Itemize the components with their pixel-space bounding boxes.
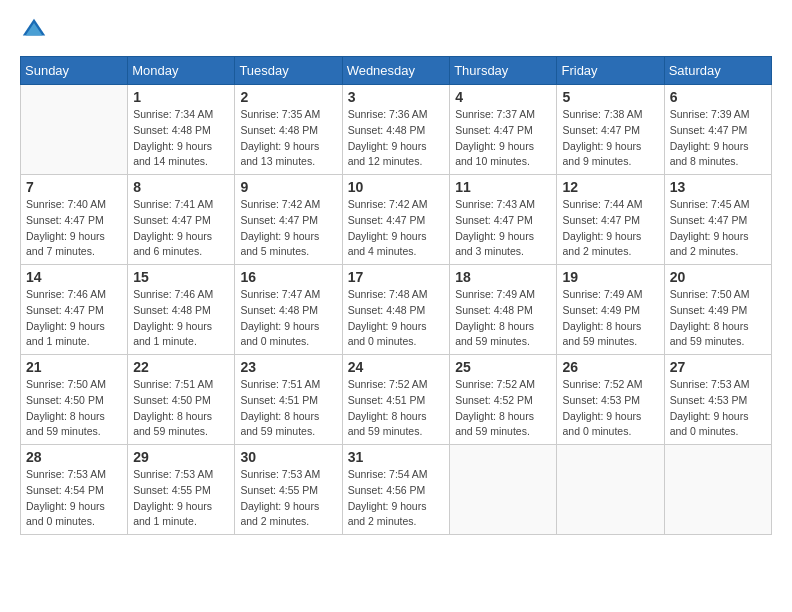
- calendar-cell: 25Sunrise: 7:52 AMSunset: 4:52 PMDayligh…: [450, 355, 557, 445]
- day-info: Sunrise: 7:35 AMSunset: 4:48 PMDaylight:…: [240, 107, 336, 170]
- calendar-cell: 24Sunrise: 7:52 AMSunset: 4:51 PMDayligh…: [342, 355, 450, 445]
- day-info: Sunrise: 7:37 AMSunset: 4:47 PMDaylight:…: [455, 107, 551, 170]
- calendar-cell: 5Sunrise: 7:38 AMSunset: 4:47 PMDaylight…: [557, 85, 664, 175]
- calendar-cell: 8Sunrise: 7:41 AMSunset: 4:47 PMDaylight…: [128, 175, 235, 265]
- day-number: 21: [26, 359, 122, 375]
- day-info: Sunrise: 7:38 AMSunset: 4:47 PMDaylight:…: [562, 107, 658, 170]
- day-number: 31: [348, 449, 445, 465]
- day-number: 3: [348, 89, 445, 105]
- day-info: Sunrise: 7:53 AMSunset: 4:54 PMDaylight:…: [26, 467, 122, 530]
- day-number: 11: [455, 179, 551, 195]
- day-info: Sunrise: 7:47 AMSunset: 4:48 PMDaylight:…: [240, 287, 336, 350]
- calendar-cell: [450, 445, 557, 535]
- column-header-tuesday: Tuesday: [235, 57, 342, 85]
- day-number: 19: [562, 269, 658, 285]
- calendar-cell: 2Sunrise: 7:35 AMSunset: 4:48 PMDaylight…: [235, 85, 342, 175]
- day-number: 4: [455, 89, 551, 105]
- day-info: Sunrise: 7:50 AMSunset: 4:50 PMDaylight:…: [26, 377, 122, 440]
- day-info: Sunrise: 7:49 AMSunset: 4:49 PMDaylight:…: [562, 287, 658, 350]
- logo: [20, 16, 52, 44]
- column-header-saturday: Saturday: [664, 57, 771, 85]
- day-number: 27: [670, 359, 766, 375]
- day-number: 14: [26, 269, 122, 285]
- day-number: 25: [455, 359, 551, 375]
- day-info: Sunrise: 7:52 AMSunset: 4:51 PMDaylight:…: [348, 377, 445, 440]
- column-header-wednesday: Wednesday: [342, 57, 450, 85]
- day-number: 20: [670, 269, 766, 285]
- day-number: 8: [133, 179, 229, 195]
- day-number: 24: [348, 359, 445, 375]
- day-info: Sunrise: 7:44 AMSunset: 4:47 PMDaylight:…: [562, 197, 658, 260]
- day-info: Sunrise: 7:42 AMSunset: 4:47 PMDaylight:…: [348, 197, 445, 260]
- calendar-table: SundayMondayTuesdayWednesdayThursdayFrid…: [20, 56, 772, 535]
- calendar-cell: 12Sunrise: 7:44 AMSunset: 4:47 PMDayligh…: [557, 175, 664, 265]
- day-number: 30: [240, 449, 336, 465]
- calendar-cell: 19Sunrise: 7:49 AMSunset: 4:49 PMDayligh…: [557, 265, 664, 355]
- day-info: Sunrise: 7:42 AMSunset: 4:47 PMDaylight:…: [240, 197, 336, 260]
- calendar-cell: 14Sunrise: 7:46 AMSunset: 4:47 PMDayligh…: [21, 265, 128, 355]
- calendar-cell: 26Sunrise: 7:52 AMSunset: 4:53 PMDayligh…: [557, 355, 664, 445]
- day-info: Sunrise: 7:49 AMSunset: 4:48 PMDaylight:…: [455, 287, 551, 350]
- day-number: 1: [133, 89, 229, 105]
- calendar-cell: 17Sunrise: 7:48 AMSunset: 4:48 PMDayligh…: [342, 265, 450, 355]
- calendar-cell: 11Sunrise: 7:43 AMSunset: 4:47 PMDayligh…: [450, 175, 557, 265]
- calendar-cell: [21, 85, 128, 175]
- day-number: 10: [348, 179, 445, 195]
- day-info: Sunrise: 7:36 AMSunset: 4:48 PMDaylight:…: [348, 107, 445, 170]
- day-info: Sunrise: 7:53 AMSunset: 4:55 PMDaylight:…: [240, 467, 336, 530]
- calendar-cell: 16Sunrise: 7:47 AMSunset: 4:48 PMDayligh…: [235, 265, 342, 355]
- calendar-cell: 28Sunrise: 7:53 AMSunset: 4:54 PMDayligh…: [21, 445, 128, 535]
- day-number: 28: [26, 449, 122, 465]
- day-info: Sunrise: 7:46 AMSunset: 4:47 PMDaylight:…: [26, 287, 122, 350]
- day-number: 29: [133, 449, 229, 465]
- day-number: 6: [670, 89, 766, 105]
- calendar-cell: 29Sunrise: 7:53 AMSunset: 4:55 PMDayligh…: [128, 445, 235, 535]
- calendar-cell: 31Sunrise: 7:54 AMSunset: 4:56 PMDayligh…: [342, 445, 450, 535]
- page-header: [20, 16, 772, 44]
- calendar-cell: 6Sunrise: 7:39 AMSunset: 4:47 PMDaylight…: [664, 85, 771, 175]
- day-info: Sunrise: 7:41 AMSunset: 4:47 PMDaylight:…: [133, 197, 229, 260]
- calendar-cell: 30Sunrise: 7:53 AMSunset: 4:55 PMDayligh…: [235, 445, 342, 535]
- day-info: Sunrise: 7:53 AMSunset: 4:53 PMDaylight:…: [670, 377, 766, 440]
- day-info: Sunrise: 7:52 AMSunset: 4:53 PMDaylight:…: [562, 377, 658, 440]
- day-info: Sunrise: 7:53 AMSunset: 4:55 PMDaylight:…: [133, 467, 229, 530]
- logo-icon: [20, 16, 48, 44]
- calendar-cell: 27Sunrise: 7:53 AMSunset: 4:53 PMDayligh…: [664, 355, 771, 445]
- day-info: Sunrise: 7:40 AMSunset: 4:47 PMDaylight:…: [26, 197, 122, 260]
- calendar-week-row: 14Sunrise: 7:46 AMSunset: 4:47 PMDayligh…: [21, 265, 772, 355]
- day-info: Sunrise: 7:50 AMSunset: 4:49 PMDaylight:…: [670, 287, 766, 350]
- column-header-thursday: Thursday: [450, 57, 557, 85]
- calendar-week-row: 7Sunrise: 7:40 AMSunset: 4:47 PMDaylight…: [21, 175, 772, 265]
- calendar-cell: 3Sunrise: 7:36 AMSunset: 4:48 PMDaylight…: [342, 85, 450, 175]
- calendar-cell: 15Sunrise: 7:46 AMSunset: 4:48 PMDayligh…: [128, 265, 235, 355]
- day-number: 17: [348, 269, 445, 285]
- calendar-cell: 21Sunrise: 7:50 AMSunset: 4:50 PMDayligh…: [21, 355, 128, 445]
- day-number: 26: [562, 359, 658, 375]
- day-info: Sunrise: 7:54 AMSunset: 4:56 PMDaylight:…: [348, 467, 445, 530]
- calendar-cell: 4Sunrise: 7:37 AMSunset: 4:47 PMDaylight…: [450, 85, 557, 175]
- calendar-cell: 18Sunrise: 7:49 AMSunset: 4:48 PMDayligh…: [450, 265, 557, 355]
- day-number: 23: [240, 359, 336, 375]
- day-number: 15: [133, 269, 229, 285]
- day-info: Sunrise: 7:45 AMSunset: 4:47 PMDaylight:…: [670, 197, 766, 260]
- calendar-cell: 1Sunrise: 7:34 AMSunset: 4:48 PMDaylight…: [128, 85, 235, 175]
- day-number: 13: [670, 179, 766, 195]
- day-number: 5: [562, 89, 658, 105]
- day-number: 16: [240, 269, 336, 285]
- day-info: Sunrise: 7:39 AMSunset: 4:47 PMDaylight:…: [670, 107, 766, 170]
- calendar-cell: 7Sunrise: 7:40 AMSunset: 4:47 PMDaylight…: [21, 175, 128, 265]
- calendar-cell: 13Sunrise: 7:45 AMSunset: 4:47 PMDayligh…: [664, 175, 771, 265]
- day-info: Sunrise: 7:51 AMSunset: 4:50 PMDaylight:…: [133, 377, 229, 440]
- day-info: Sunrise: 7:46 AMSunset: 4:48 PMDaylight:…: [133, 287, 229, 350]
- day-number: 18: [455, 269, 551, 285]
- calendar-cell: [664, 445, 771, 535]
- day-number: 7: [26, 179, 122, 195]
- calendar-week-row: 28Sunrise: 7:53 AMSunset: 4:54 PMDayligh…: [21, 445, 772, 535]
- calendar-cell: [557, 445, 664, 535]
- calendar-week-row: 1Sunrise: 7:34 AMSunset: 4:48 PMDaylight…: [21, 85, 772, 175]
- calendar-cell: 23Sunrise: 7:51 AMSunset: 4:51 PMDayligh…: [235, 355, 342, 445]
- day-info: Sunrise: 7:52 AMSunset: 4:52 PMDaylight:…: [455, 377, 551, 440]
- calendar-cell: 10Sunrise: 7:42 AMSunset: 4:47 PMDayligh…: [342, 175, 450, 265]
- calendar-week-row: 21Sunrise: 7:50 AMSunset: 4:50 PMDayligh…: [21, 355, 772, 445]
- calendar-cell: 20Sunrise: 7:50 AMSunset: 4:49 PMDayligh…: [664, 265, 771, 355]
